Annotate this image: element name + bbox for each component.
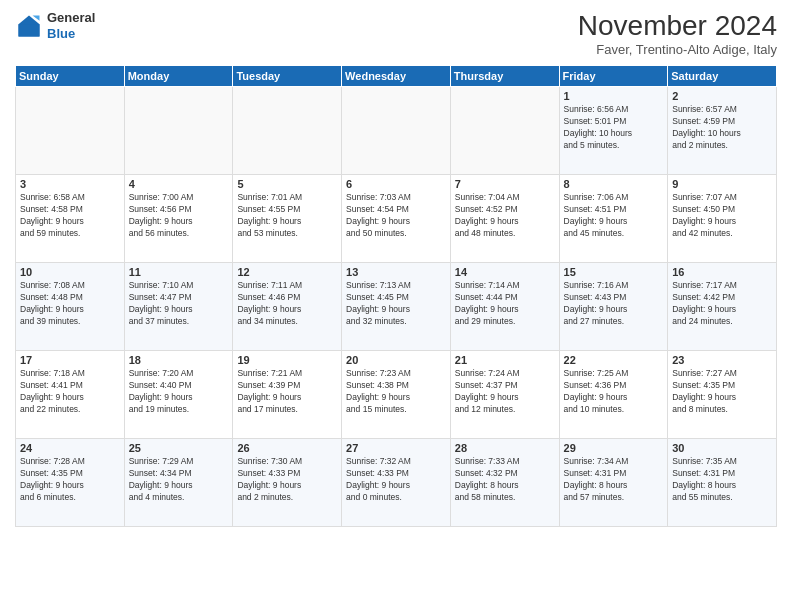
day-info: Sunrise: 7:04 AM Sunset: 4:52 PM Dayligh… (455, 192, 555, 240)
day-number: 23 (672, 354, 772, 366)
day-number: 3 (20, 178, 120, 190)
calendar-cell: 14Sunrise: 7:14 AM Sunset: 4:44 PM Dayli… (450, 263, 559, 351)
day-info: Sunrise: 7:29 AM Sunset: 4:34 PM Dayligh… (129, 456, 229, 504)
day-number: 15 (564, 266, 664, 278)
day-number: 30 (672, 442, 772, 454)
day-info: Sunrise: 6:57 AM Sunset: 4:59 PM Dayligh… (672, 104, 772, 152)
page: General Blue November 2024 Faver, Trenti… (0, 0, 792, 612)
day-header-wednesday: Wednesday (342, 66, 451, 87)
calendar-cell: 12Sunrise: 7:11 AM Sunset: 4:46 PM Dayli… (233, 263, 342, 351)
calendar-cell: 5Sunrise: 7:01 AM Sunset: 4:55 PM Daylig… (233, 175, 342, 263)
week-row-1: 1Sunrise: 6:56 AM Sunset: 5:01 PM Daylig… (16, 87, 777, 175)
week-row-5: 24Sunrise: 7:28 AM Sunset: 4:35 PM Dayli… (16, 439, 777, 527)
calendar-cell: 9Sunrise: 7:07 AM Sunset: 4:50 PM Daylig… (668, 175, 777, 263)
day-info: Sunrise: 7:18 AM Sunset: 4:41 PM Dayligh… (20, 368, 120, 416)
calendar-cell: 13Sunrise: 7:13 AM Sunset: 4:45 PM Dayli… (342, 263, 451, 351)
calendar-cell (342, 87, 451, 175)
day-number: 4 (129, 178, 229, 190)
day-number: 27 (346, 442, 446, 454)
day-number: 29 (564, 442, 664, 454)
day-info: Sunrise: 7:28 AM Sunset: 4:35 PM Dayligh… (20, 456, 120, 504)
day-info: Sunrise: 6:56 AM Sunset: 5:01 PM Dayligh… (564, 104, 664, 152)
calendar-cell: 20Sunrise: 7:23 AM Sunset: 4:38 PM Dayli… (342, 351, 451, 439)
day-number: 22 (564, 354, 664, 366)
day-info: Sunrise: 7:33 AM Sunset: 4:32 PM Dayligh… (455, 456, 555, 504)
day-number: 16 (672, 266, 772, 278)
day-info: Sunrise: 7:23 AM Sunset: 4:38 PM Dayligh… (346, 368, 446, 416)
day-info: Sunrise: 7:35 AM Sunset: 4:31 PM Dayligh… (672, 456, 772, 504)
day-info: Sunrise: 7:14 AM Sunset: 4:44 PM Dayligh… (455, 280, 555, 328)
calendar-cell: 6Sunrise: 7:03 AM Sunset: 4:54 PM Daylig… (342, 175, 451, 263)
calendar-cell: 3Sunrise: 6:58 AM Sunset: 4:58 PM Daylig… (16, 175, 125, 263)
svg-rect-2 (19, 24, 40, 36)
calendar-cell (450, 87, 559, 175)
day-number: 11 (129, 266, 229, 278)
day-header-sunday: Sunday (16, 66, 125, 87)
calendar-cell: 26Sunrise: 7:30 AM Sunset: 4:33 PM Dayli… (233, 439, 342, 527)
calendar-cell: 15Sunrise: 7:16 AM Sunset: 4:43 PM Dayli… (559, 263, 668, 351)
day-number: 21 (455, 354, 555, 366)
calendar-cell: 29Sunrise: 7:34 AM Sunset: 4:31 PM Dayli… (559, 439, 668, 527)
calendar-cell: 21Sunrise: 7:24 AM Sunset: 4:37 PM Dayli… (450, 351, 559, 439)
day-info: Sunrise: 7:25 AM Sunset: 4:36 PM Dayligh… (564, 368, 664, 416)
day-info: Sunrise: 7:30 AM Sunset: 4:33 PM Dayligh… (237, 456, 337, 504)
day-header-tuesday: Tuesday (233, 66, 342, 87)
day-info: Sunrise: 7:07 AM Sunset: 4:50 PM Dayligh… (672, 192, 772, 240)
subtitle: Faver, Trentino-Alto Adige, Italy (578, 42, 777, 57)
calendar-cell: 10Sunrise: 7:08 AM Sunset: 4:48 PM Dayli… (16, 263, 125, 351)
calendar-cell: 23Sunrise: 7:27 AM Sunset: 4:35 PM Dayli… (668, 351, 777, 439)
day-number: 10 (20, 266, 120, 278)
day-info: Sunrise: 7:20 AM Sunset: 4:40 PM Dayligh… (129, 368, 229, 416)
day-number: 28 (455, 442, 555, 454)
day-info: Sunrise: 7:01 AM Sunset: 4:55 PM Dayligh… (237, 192, 337, 240)
day-info: Sunrise: 7:10 AM Sunset: 4:47 PM Dayligh… (129, 280, 229, 328)
day-info: Sunrise: 7:32 AM Sunset: 4:33 PM Dayligh… (346, 456, 446, 504)
day-header-saturday: Saturday (668, 66, 777, 87)
day-number: 14 (455, 266, 555, 278)
day-number: 13 (346, 266, 446, 278)
day-info: Sunrise: 7:00 AM Sunset: 4:56 PM Dayligh… (129, 192, 229, 240)
day-number: 26 (237, 442, 337, 454)
calendar-cell (233, 87, 342, 175)
day-info: Sunrise: 7:27 AM Sunset: 4:35 PM Dayligh… (672, 368, 772, 416)
day-info: Sunrise: 7:21 AM Sunset: 4:39 PM Dayligh… (237, 368, 337, 416)
day-header-monday: Monday (124, 66, 233, 87)
logo-line1: General (47, 10, 95, 25)
calendar-cell: 19Sunrise: 7:21 AM Sunset: 4:39 PM Dayli… (233, 351, 342, 439)
day-number: 20 (346, 354, 446, 366)
logo-line2: Blue (47, 26, 75, 41)
calendar: SundayMondayTuesdayWednesdayThursdayFrid… (15, 65, 777, 527)
day-info: Sunrise: 7:13 AM Sunset: 4:45 PM Dayligh… (346, 280, 446, 328)
calendar-cell: 28Sunrise: 7:33 AM Sunset: 4:32 PM Dayli… (450, 439, 559, 527)
calendar-cell: 24Sunrise: 7:28 AM Sunset: 4:35 PM Dayli… (16, 439, 125, 527)
day-number: 12 (237, 266, 337, 278)
logo-text: General Blue (47, 10, 95, 41)
day-number: 9 (672, 178, 772, 190)
logo-icon (15, 12, 43, 40)
day-info: Sunrise: 7:24 AM Sunset: 4:37 PM Dayligh… (455, 368, 555, 416)
day-info: Sunrise: 7:16 AM Sunset: 4:43 PM Dayligh… (564, 280, 664, 328)
calendar-cell: 11Sunrise: 7:10 AM Sunset: 4:47 PM Dayli… (124, 263, 233, 351)
week-row-3: 10Sunrise: 7:08 AM Sunset: 4:48 PM Dayli… (16, 263, 777, 351)
day-info: Sunrise: 7:08 AM Sunset: 4:48 PM Dayligh… (20, 280, 120, 328)
day-info: Sunrise: 7:03 AM Sunset: 4:54 PM Dayligh… (346, 192, 446, 240)
day-number: 1 (564, 90, 664, 102)
calendar-cell: 1Sunrise: 6:56 AM Sunset: 5:01 PM Daylig… (559, 87, 668, 175)
day-number: 25 (129, 442, 229, 454)
title-block: November 2024 Faver, Trentino-Alto Adige… (578, 10, 777, 57)
day-number: 17 (20, 354, 120, 366)
day-number: 7 (455, 178, 555, 190)
day-info: Sunrise: 7:34 AM Sunset: 4:31 PM Dayligh… (564, 456, 664, 504)
calendar-cell: 7Sunrise: 7:04 AM Sunset: 4:52 PM Daylig… (450, 175, 559, 263)
day-number: 24 (20, 442, 120, 454)
day-info: Sunrise: 6:58 AM Sunset: 4:58 PM Dayligh… (20, 192, 120, 240)
day-number: 8 (564, 178, 664, 190)
day-number: 18 (129, 354, 229, 366)
calendar-cell: 17Sunrise: 7:18 AM Sunset: 4:41 PM Dayli… (16, 351, 125, 439)
logo: General Blue (15, 10, 95, 41)
calendar-cell (124, 87, 233, 175)
day-header-friday: Friday (559, 66, 668, 87)
day-number: 6 (346, 178, 446, 190)
month-title: November 2024 (578, 10, 777, 42)
calendar-cell (16, 87, 125, 175)
